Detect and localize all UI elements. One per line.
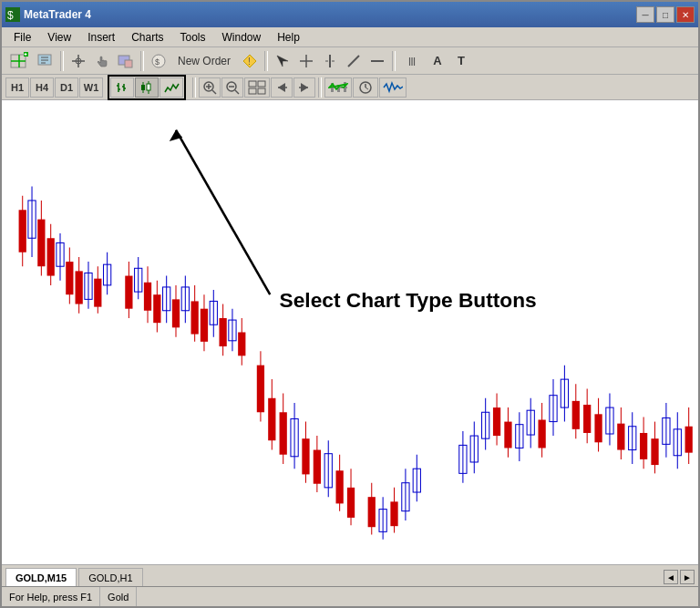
scroll-left-button[interactable] [271,77,293,98]
scroll-right-button[interactable] [293,77,315,98]
new-order-button[interactable]: New Order [171,50,237,72]
svg-rect-170 [640,433,647,459]
svg-marker-21 [277,56,288,67]
sep6 [318,77,322,98]
zoom-in-button[interactable] [199,77,221,98]
delete-button[interactable]: ! [239,50,261,72]
svg-rect-126 [347,488,355,518]
svg-rect-172 [651,438,658,465]
svg-rect-16 [125,60,132,67]
sep3 [264,51,268,71]
svg-rect-48 [249,88,256,94]
svg-rect-104 [219,318,226,346]
zoom-button[interactable] [115,50,137,72]
svg-text:$: $ [155,57,160,67]
bar-chart-button[interactable] [110,77,134,98]
svg-rect-110 [257,366,264,413]
menu-window[interactable]: Window [214,28,270,46]
text-tool[interactable]: A [427,50,448,72]
period-d1[interactable]: D1 [55,77,78,98]
svg-line-44 [235,90,239,94]
tab-next-button[interactable]: ► [680,570,695,584]
line-chart-button[interactable] [160,77,183,98]
svg-rect-36 [141,85,145,90]
svg-rect-132 [390,501,397,526]
oscillator-button[interactable] [379,77,407,98]
maximize-button[interactable]: □ [656,6,674,23]
chart-type-group [108,75,186,100]
svg-rect-74 [66,262,73,294]
minimize-button[interactable]: ─ [636,6,654,23]
svg-text:Select Chart Type Buttons: Select Chart Type Buttons [280,288,537,312]
tab-bar: GOLD,M15 GOLD,H1 ◄ ► [2,564,698,586]
svg-rect-120 [314,450,321,484]
svg-rect-64 [19,210,26,252]
diagonal-line-tool[interactable] [343,50,365,72]
svg-rect-38 [147,84,150,90]
sep5 [192,77,196,98]
toolbar-main: $ New Order ! [2,47,698,75]
crosshair-tool[interactable] [295,50,317,72]
new-order-label: New Order [178,55,231,67]
crosshair-button[interactable] [67,50,89,72]
period-h1[interactable]: H1 [5,77,29,98]
candle-chart-button[interactable] [135,77,159,98]
menu-insert[interactable]: Insert [79,28,123,46]
time-button[interactable] [353,77,378,98]
svg-rect-88 [144,283,151,311]
label-tool[interactable]: T [450,50,472,72]
svg-line-27 [348,56,359,67]
new-chart-button[interactable] [5,50,33,72]
tab-gold-m15[interactable]: GOLD,M15 [5,568,77,586]
close-button[interactable]: ✕ [676,6,695,23]
fib-tool[interactable]: ||| [399,50,425,72]
toolbar-btn-2[interactable] [35,50,57,72]
svg-rect-158 [572,401,580,429]
svg-rect-128 [368,497,376,527]
menu-view[interactable]: View [39,28,79,46]
svg-rect-124 [336,470,344,503]
zoom-out-button[interactable] [221,77,243,98]
indicators-button[interactable] [324,77,352,98]
tab-gold-h1[interactable]: GOLD,H1 [78,568,142,586]
svg-text:!: ! [248,57,251,67]
tab-prev-button[interactable]: ◄ [664,570,678,584]
hand-tool-button[interactable] [91,50,113,72]
svg-rect-162 [594,414,602,442]
menu-bar: File View Insert Charts Tools Window Hel… [2,27,698,47]
window-title: MetaTrader 4 [24,8,636,21]
svg-rect-76 [76,271,83,304]
arrow-tool[interactable] [272,50,293,72]
menu-file[interactable]: File [5,28,39,46]
sep1 [60,51,64,71]
chart-area: Select Chart Type Buttons [2,100,698,564]
svg-rect-112 [268,398,275,440]
period-h4[interactable]: H4 [30,77,54,98]
grid-button[interactable] [244,77,270,98]
svg-rect-108 [238,333,245,356]
svg-rect-94 [172,299,180,327]
toolbar-periods: H1 H4 D1 W1 [2,75,698,100]
svg-line-40 [212,90,216,94]
vertical-line-tool[interactable] [319,50,341,72]
tab-navigation: ◄ ► [664,570,695,586]
menu-help[interactable]: Help [269,28,308,46]
svg-rect-46 [249,81,256,87]
svg-rect-118 [302,438,309,474]
svg-rect-80 [94,279,101,307]
svg-rect-166 [617,424,624,450]
status-bar: For Help, press F1 Gold [2,586,698,606]
menu-tools[interactable]: Tools [172,28,214,46]
symbol-text: Gold [100,587,137,606]
svg-rect-160 [583,405,591,433]
svg-rect-114 [280,412,287,454]
svg-rect-68 [37,220,45,267]
period-w1[interactable]: W1 [79,77,103,98]
svg-rect-178 [685,427,693,453]
menu-charts[interactable]: Charts [123,28,171,46]
svg-rect-98 [191,301,199,334]
horizontal-line-tool[interactable] [366,50,388,72]
svg-rect-152 [538,420,545,448]
candlestick-chart: Select Chart Type Buttons [2,100,698,564]
sep4 [392,51,396,71]
